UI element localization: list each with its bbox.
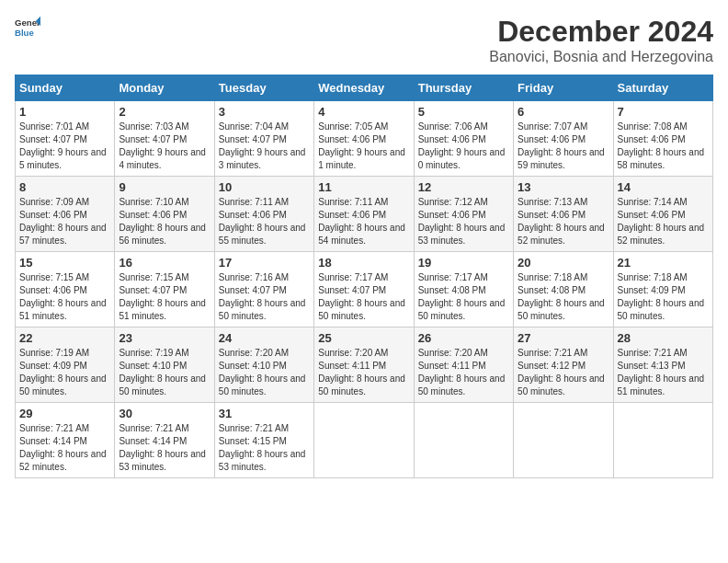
cell-info: Sunrise: 7:07 AMSunset: 4:06 PMDaylight:…: [518, 121, 609, 172]
cell-info: Sunrise: 7:13 AMSunset: 4:06 PMDaylight:…: [518, 196, 609, 247]
cell-info: Sunrise: 7:04 AMSunset: 4:07 PMDaylight:…: [219, 121, 310, 172]
header-day-sunday: Sunday: [16, 75, 115, 101]
day-number: 6: [518, 105, 609, 119]
day-number: 15: [19, 256, 110, 270]
day-number: 1: [19, 105, 110, 119]
cell-info: Sunrise: 7:10 AMSunset: 4:06 PMDaylight:…: [119, 196, 210, 247]
month-title: December 2024: [489, 15, 713, 49]
title-area: December 2024 Banovici, Bosnia and Herze…: [489, 15, 713, 65]
day-number: 8: [19, 180, 110, 194]
header-day-friday: Friday: [514, 75, 613, 101]
calendar-cell: 14Sunrise: 7:14 AMSunset: 4:06 PMDayligh…: [613, 177, 712, 252]
day-number: 27: [518, 331, 609, 345]
day-number: 13: [518, 180, 609, 194]
cell-info: Sunrise: 7:16 AMSunset: 4:07 PMDaylight:…: [219, 271, 310, 323]
header-day-thursday: Thursday: [414, 75, 513, 101]
calendar-cell: 26Sunrise: 7:20 AMSunset: 4:11 PMDayligh…: [414, 327, 513, 403]
header-day-saturday: Saturday: [613, 75, 712, 101]
cell-info: Sunrise: 7:18 AMSunset: 4:09 PMDaylight:…: [618, 271, 709, 323]
day-number: 29: [19, 407, 110, 420]
calendar-cell: 24Sunrise: 7:20 AMSunset: 4:10 PMDayligh…: [214, 327, 313, 403]
cell-info: Sunrise: 7:20 AMSunset: 4:10 PMDaylight:…: [219, 347, 310, 398]
week-row-2: 8Sunrise: 7:09 AMSunset: 4:06 PMDaylight…: [16, 177, 713, 252]
day-number: 16: [119, 256, 210, 270]
svg-text:General: General: [15, 17, 40, 28]
header-row: SundayMondayTuesdayWednesdayThursdayFrid…: [16, 75, 713, 101]
calendar-cell: 13Sunrise: 7:13 AMSunset: 4:06 PMDayligh…: [514, 177, 613, 252]
calendar-cell: 25Sunrise: 7:20 AMSunset: 4:11 PMDayligh…: [314, 327, 414, 403]
cell-info: Sunrise: 7:17 AMSunset: 4:08 PMDaylight:…: [418, 271, 509, 323]
week-row-3: 15Sunrise: 7:15 AMSunset: 4:06 PMDayligh…: [16, 252, 713, 327]
logo-icon: General Blue: [15, 15, 40, 40]
calendar-cell: 10Sunrise: 7:11 AMSunset: 4:06 PMDayligh…: [214, 177, 313, 252]
day-number: 3: [219, 105, 310, 119]
cell-info: Sunrise: 7:05 AMSunset: 4:06 PMDaylight:…: [318, 121, 409, 172]
calendar-cell: [414, 403, 513, 478]
day-number: 26: [418, 331, 509, 345]
header-day-monday: Monday: [115, 75, 214, 101]
day-number: 11: [318, 180, 409, 194]
calendar-cell: 15Sunrise: 7:15 AMSunset: 4:06 PMDayligh…: [16, 252, 115, 327]
calendar-cell: 8Sunrise: 7:09 AMSunset: 4:06 PMDaylight…: [16, 177, 115, 252]
day-number: 23: [119, 331, 210, 345]
cell-info: Sunrise: 7:21 AMSunset: 4:14 PMDaylight:…: [19, 422, 110, 474]
day-number: 22: [19, 331, 110, 345]
day-number: 14: [618, 180, 709, 194]
location-title: Banovici, Bosnia and Herzegovina: [489, 49, 713, 65]
cell-info: Sunrise: 7:01 AMSunset: 4:07 PMDaylight:…: [19, 121, 110, 172]
day-number: 31: [219, 407, 310, 420]
calendar-cell: 31Sunrise: 7:21 AMSunset: 4:15 PMDayligh…: [214, 403, 313, 478]
cell-info: Sunrise: 7:03 AMSunset: 4:07 PMDaylight:…: [119, 121, 210, 172]
day-number: 25: [318, 331, 409, 345]
calendar-cell: 9Sunrise: 7:10 AMSunset: 4:06 PMDaylight…: [115, 177, 214, 252]
day-number: 19: [418, 256, 509, 270]
svg-text:Blue: Blue: [15, 28, 34, 38]
cell-info: Sunrise: 7:21 AMSunset: 4:14 PMDaylight:…: [119, 422, 210, 474]
calendar-cell: 11Sunrise: 7:11 AMSunset: 4:06 PMDayligh…: [314, 177, 414, 252]
cell-info: Sunrise: 7:21 AMSunset: 4:15 PMDaylight:…: [219, 422, 310, 474]
cell-info: Sunrise: 7:09 AMSunset: 4:06 PMDaylight:…: [19, 196, 110, 247]
cell-info: Sunrise: 7:20 AMSunset: 4:11 PMDaylight:…: [418, 347, 509, 398]
day-number: 17: [219, 256, 310, 270]
cell-info: Sunrise: 7:11 AMSunset: 4:06 PMDaylight:…: [219, 196, 310, 247]
calendar-cell: 12Sunrise: 7:12 AMSunset: 4:06 PMDayligh…: [414, 177, 513, 252]
day-number: 20: [518, 256, 609, 270]
calendar-cell: 28Sunrise: 7:21 AMSunset: 4:13 PMDayligh…: [613, 327, 712, 403]
cell-info: Sunrise: 7:06 AMSunset: 4:06 PMDaylight:…: [418, 121, 509, 172]
calendar-cell: 2Sunrise: 7:03 AMSunset: 4:07 PMDaylight…: [115, 101, 214, 177]
calendar-cell: 17Sunrise: 7:16 AMSunset: 4:07 PMDayligh…: [214, 252, 313, 327]
day-number: 30: [119, 407, 210, 420]
calendar-cell: [613, 403, 712, 478]
day-number: 10: [219, 180, 310, 194]
calendar-cell: 20Sunrise: 7:18 AMSunset: 4:08 PMDayligh…: [514, 252, 613, 327]
day-number: 4: [318, 105, 409, 119]
cell-info: Sunrise: 7:19 AMSunset: 4:10 PMDaylight:…: [119, 347, 210, 398]
cell-info: Sunrise: 7:19 AMSunset: 4:09 PMDaylight:…: [19, 347, 110, 398]
header: General Blue December 2024 Banovici, Bos…: [15, 15, 713, 65]
cell-info: Sunrise: 7:15 AMSunset: 4:06 PMDaylight:…: [19, 271, 110, 323]
calendar-cell: 6Sunrise: 7:07 AMSunset: 4:06 PMDaylight…: [514, 101, 613, 177]
week-row-5: 29Sunrise: 7:21 AMSunset: 4:14 PMDayligh…: [16, 403, 713, 478]
week-row-1: 1Sunrise: 7:01 AMSunset: 4:07 PMDaylight…: [16, 101, 713, 177]
day-number: 5: [418, 105, 509, 119]
calendar-cell: 1Sunrise: 7:01 AMSunset: 4:07 PMDaylight…: [16, 101, 115, 177]
week-row-4: 22Sunrise: 7:19 AMSunset: 4:09 PMDayligh…: [16, 327, 713, 403]
header-day-tuesday: Tuesday: [214, 75, 313, 101]
day-number: 18: [318, 256, 409, 270]
calendar-cell: 16Sunrise: 7:15 AMSunset: 4:07 PMDayligh…: [115, 252, 214, 327]
calendar-cell: [314, 403, 414, 478]
calendar-cell: 27Sunrise: 7:21 AMSunset: 4:12 PMDayligh…: [514, 327, 613, 403]
day-number: 2: [119, 105, 210, 119]
day-number: 21: [618, 256, 709, 270]
calendar-table: SundayMondayTuesdayWednesdayThursdayFrid…: [15, 75, 713, 478]
cell-info: Sunrise: 7:21 AMSunset: 4:13 PMDaylight:…: [618, 347, 709, 398]
day-number: 12: [418, 180, 509, 194]
cell-info: Sunrise: 7:14 AMSunset: 4:06 PMDaylight:…: [618, 196, 709, 247]
day-number: 9: [119, 180, 210, 194]
calendar-cell: [514, 403, 613, 478]
calendar-cell: 19Sunrise: 7:17 AMSunset: 4:08 PMDayligh…: [414, 252, 513, 327]
calendar-cell: 4Sunrise: 7:05 AMSunset: 4:06 PMDaylight…: [314, 101, 414, 177]
cell-info: Sunrise: 7:17 AMSunset: 4:07 PMDaylight:…: [318, 271, 409, 323]
logo: General Blue: [15, 15, 40, 40]
calendar-cell: 5Sunrise: 7:06 AMSunset: 4:06 PMDaylight…: [414, 101, 513, 177]
